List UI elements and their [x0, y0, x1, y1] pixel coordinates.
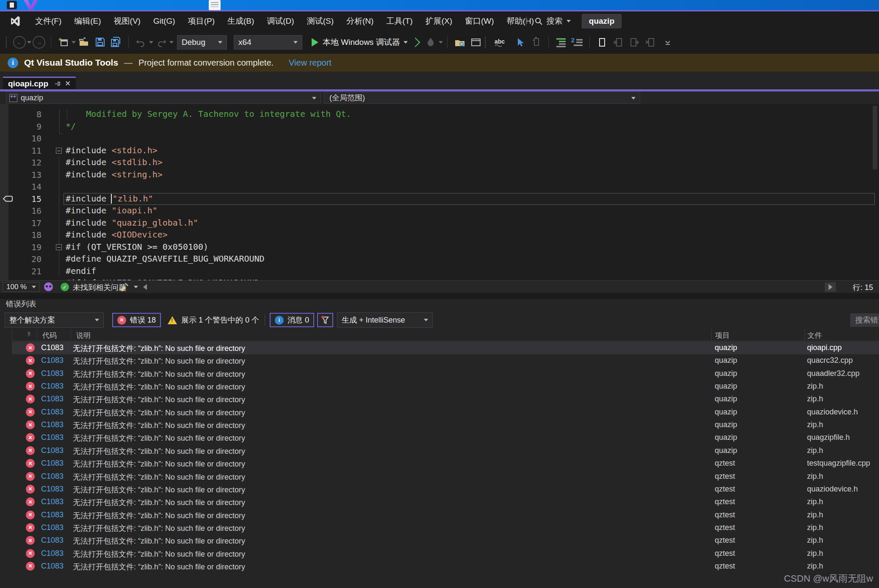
outdent-icon[interactable]: [555, 36, 567, 48]
code-line-22[interactable]: 22#ifdef QUAZIP_QSAVEFILE_BUG_WORKAROUND: [0, 277, 879, 280]
code-cleanup-caret-icon[interactable]: [134, 286, 138, 288]
code-line-19[interactable]: 19–#if (QT_VERSION >= 0x050100): [0, 241, 879, 254]
toolbar-overflow-button[interactable]: [662, 36, 674, 48]
find-in-files-icon[interactable]: [454, 36, 466, 48]
indent-icon[interactable]: 2: [571, 36, 583, 48]
zoom-level-dropdown[interactable]: 100 %: [3, 282, 40, 292]
toolbar-grip[interactable]: [6, 37, 8, 48]
start-debugging-button[interactable]: 本地 Windows 调试器: [312, 37, 408, 48]
next-bookmark-icon[interactable]: [628, 36, 640, 48]
editor-indicator-icon[interactable]: [44, 282, 53, 291]
clear-bookmarks-icon[interactable]: [644, 36, 656, 48]
code-column-header[interactable]: 代码: [42, 331, 57, 340]
error-row-5[interactable]: ✕C1083无法打开包括文件: “zlib.h”: No such file o…: [12, 393, 879, 406]
code-line-12[interactable]: 12#include <stdlib.h>: [0, 157, 879, 169]
code-line-21[interactable]: 21#endif: [0, 265, 879, 278]
code-line-13[interactable]: 13#include <string.h>: [0, 169, 879, 181]
filter-toggle-button[interactable]: [317, 313, 333, 327]
hscroll-right-button[interactable]: [825, 282, 836, 292]
code-line-8[interactable]: 8 Modified by Sergey A. Tachenov to inte…: [0, 108, 879, 121]
code-line-9[interactable]: 9*/: [0, 121, 879, 133]
navigate-forward-icon[interactable]: →: [33, 36, 45, 49]
error-row-7[interactable]: ✕C1083无法打开包括文件: “zlib.h”: No such file o…: [12, 419, 879, 431]
error-row-1[interactable]: ✕C1083无法打开包括文件: “zlib.h”: No such file o…: [12, 342, 879, 354]
view-report-link[interactable]: View report: [289, 58, 332, 68]
preview-window-icon[interactable]: [470, 36, 482, 48]
search-error-list-input[interactable]: 搜索错误: [850, 313, 879, 327]
code-editor[interactable]: 8 Modified by Sergey A. Tachenov to inte…: [0, 104, 879, 280]
solution-name-box[interactable]: quazip: [582, 14, 622, 28]
navigate-back-caret-icon[interactable]: [27, 41, 31, 44]
menu-item-git[interactable]: Git(G): [147, 14, 182, 29]
menu-item-build[interactable]: 生成(B): [221, 13, 260, 30]
search-control[interactable]: 搜索: [534, 16, 571, 27]
error-row-15[interactable]: ✕C1083无法打开包括文件: “zlib.h”: No such file o…: [12, 522, 879, 534]
hot-reload-icon[interactable]: [425, 36, 437, 48]
save-icon[interactable]: [94, 36, 106, 48]
error-row-6[interactable]: ✕C1083无法打开包括文件: “zlib.h”: No such file o…: [12, 406, 879, 419]
tab-qioapi-cpp[interactable]: qioapi.cpp ✕: [3, 77, 76, 89]
fold-collapse-icon[interactable]: –: [56, 244, 62, 250]
prev-bookmark-icon[interactable]: [612, 36, 624, 48]
code-line-20[interactable]: 20#define QUAZIP_QSAVEFILE_BUG_WORKAROUN…: [0, 253, 879, 265]
bookmark-icon[interactable]: [596, 36, 608, 48]
error-row-11[interactable]: ✕C1083无法打开包括文件: “zlib.h”: No such file o…: [12, 470, 879, 483]
severity-column-icon[interactable]: ‼: [28, 331, 30, 337]
code-line-14[interactable]: 14: [0, 181, 879, 193]
code-line-11[interactable]: 11–#include <stdio.h>: [0, 145, 879, 157]
error-row-2[interactable]: ✕C1083无法打开包括文件: “zlib.h”: No such file o…: [12, 354, 879, 367]
fold-collapse-icon[interactable]: –: [56, 148, 62, 154]
start-without-debugging-icon[interactable]: [410, 37, 420, 47]
error-row-18[interactable]: ✕C1083无法打开包括文件: “zlib.h”: No such file o…: [12, 560, 879, 573]
redo-caret-icon[interactable]: [169, 41, 174, 44]
error-row-13[interactable]: ✕C1083无法打开包括文件: “zlib.h”: No such file o…: [12, 496, 879, 508]
desktop-app-icon[interactable]: [7, 1, 17, 9]
column-divider[interactable]: [71, 329, 71, 341]
code-cleanup-icon[interactable]: ✦: [119, 282, 130, 292]
editor-vertical-scrollbar[interactable]: [873, 106, 877, 169]
error-row-8[interactable]: ✕C1083无法打开包括文件: “zlib.h”: No such file o…: [12, 431, 879, 444]
menu-item-project[interactable]: 项目(P): [182, 13, 221, 30]
undo-caret-icon[interactable]: [149, 41, 153, 44]
code-line-18[interactable]: 18#include <QIODevice>: [0, 229, 879, 241]
messages-filter-button[interactable]: i 消息 0: [270, 313, 314, 327]
platform-dropdown[interactable]: x64: [234, 35, 302, 50]
column-divider[interactable]: [37, 329, 37, 341]
error-row-14[interactable]: ✕C1083无法打开包括文件: “zlib.h”: No such file o…: [12, 509, 879, 522]
build-intellisense-dropdown[interactable]: 生成 + IntelliSense: [337, 312, 433, 328]
error-row-12[interactable]: ✕C1083无法打开包括文件: “zlib.h”: No such file o…: [12, 483, 879, 496]
nav-project-dropdown[interactable]: quazip: [6, 92, 321, 104]
redo-icon[interactable]: [155, 36, 167, 48]
menu-item-extensions[interactable]: 扩展(X): [419, 13, 459, 30]
menu-item-analyze[interactable]: 分析(N): [340, 13, 380, 30]
code-line-17[interactable]: 17#include "quazip_global.h": [0, 217, 879, 229]
code-line-15[interactable]: 15#include "zlib.h": [0, 193, 879, 205]
document-window-icon[interactable]: [209, 0, 221, 10]
menu-item-view[interactable]: 视图(V): [108, 13, 147, 30]
nav-scope-dropdown[interactable]: (全局范围): [324, 92, 640, 104]
configuration-dropdown[interactable]: Debug: [177, 35, 227, 50]
description-column-header[interactable]: 说明: [76, 331, 91, 340]
code-line-10[interactable]: 10: [0, 133, 879, 145]
toolbar-grip[interactable]: [485, 37, 487, 48]
warnings-filter-button[interactable]: 展示 1 个警告中的 0 个: [163, 313, 263, 327]
code-line-16[interactable]: 16#include "ioapi.h": [0, 205, 879, 217]
open-file-icon[interactable]: [78, 36, 90, 48]
new-project-icon[interactable]: ✳: [58, 36, 69, 48]
project-column-header[interactable]: 项目: [715, 331, 730, 340]
error-row-10[interactable]: ✕C1083无法打开包括文件: “zlib.h”: No such file o…: [12, 457, 879, 470]
spell-check-icon[interactable]: abc: [493, 36, 510, 48]
save-all-icon[interactable]: [110, 36, 122, 48]
navigate-backward-icon[interactable]: ←: [13, 36, 26, 49]
visual-studio-logo-icon[interactable]: [8, 14, 22, 28]
menu-item-test[interactable]: 测试(S): [301, 13, 340, 30]
paste-icon[interactable]: [530, 36, 542, 48]
visual-studio-desktop-icon[interactable]: [24, 0, 38, 10]
undo-icon[interactable]: [135, 36, 147, 48]
run-target-caret-icon[interactable]: [404, 41, 408, 44]
error-row-16[interactable]: ✕C1083无法打开包括文件: “zlib.h”: No such file o…: [12, 534, 879, 547]
file-column-header[interactable]: 文件: [807, 331, 822, 340]
solution-scope-dropdown[interactable]: 整个解决方案: [5, 312, 104, 328]
menu-item-debug[interactable]: 调试(D): [260, 13, 300, 30]
close-tab-icon[interactable]: ✕: [65, 79, 71, 88]
